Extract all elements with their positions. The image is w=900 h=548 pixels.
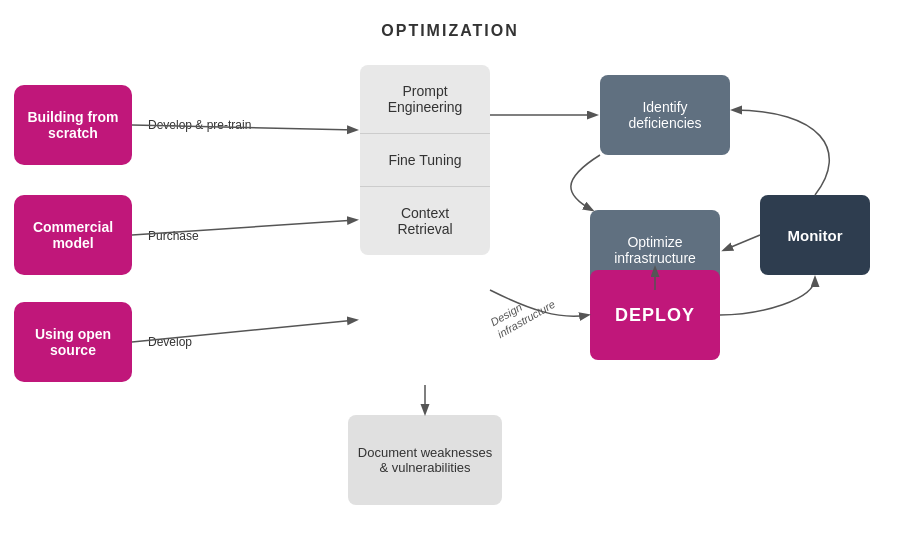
identify-box: Identify deficiencies (600, 75, 730, 155)
doc-weaknesses-box: Document weaknesses & vulnerabilities (348, 415, 502, 505)
fine-tuning: Fine Tuning (360, 134, 490, 187)
optimization-column: Prompt Engineering Fine Tuning Context R… (360, 65, 490, 255)
prompt-engineering: Prompt Engineering (360, 65, 490, 134)
deploy-box: DEPLOY (590, 270, 720, 360)
source-commercial: Commercial model (14, 195, 132, 275)
source-building: Building from scratch (14, 85, 132, 165)
arrow-label-3: Develop (148, 335, 192, 349)
source-opensource: Using open source (14, 302, 132, 382)
svg-line-4 (724, 235, 760, 250)
page-title: OPTIMIZATION (381, 22, 518, 40)
arrow-label-1: Develop & pre-train (148, 118, 251, 132)
diagram: OPTIMIZATION Building from scratch Comme… (0, 0, 900, 548)
monitor-box: Monitor (760, 195, 870, 275)
arrow-label-2: Purchase (148, 229, 199, 243)
design-label: Design infrastructure (488, 277, 572, 342)
context-retrieval: Context Retrieval (360, 187, 490, 255)
